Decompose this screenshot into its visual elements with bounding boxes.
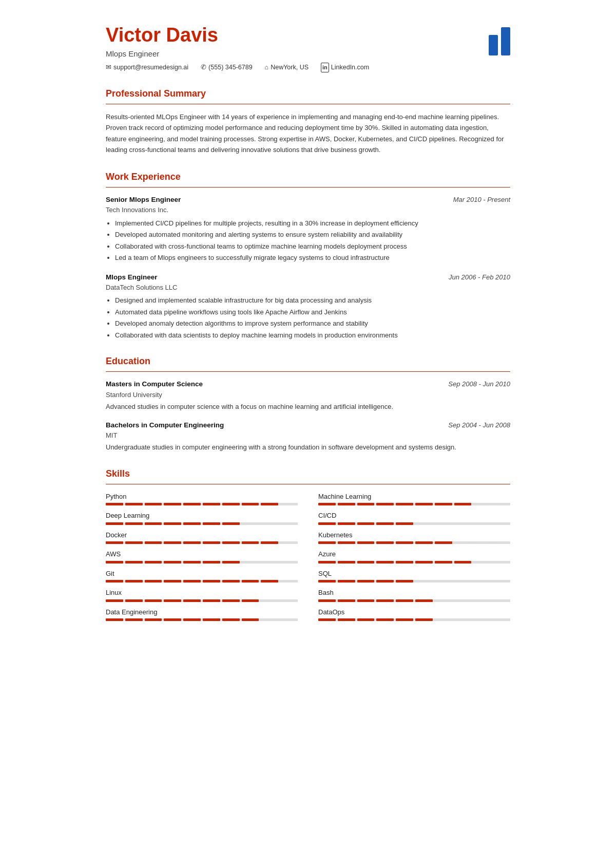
job-header-1: Mlops EngineerJun 2006 - Feb 2010	[106, 272, 510, 283]
skill-segment-8-6	[222, 580, 240, 582]
skill-item-5: Kubernetes	[318, 530, 510, 544]
edu-header-1: Bachelors in Computer EngineeringSep 200…	[106, 420, 510, 430]
skill-segment-3-6	[435, 522, 452, 525]
logo-bar-1	[489, 35, 498, 55]
skill-item-13: DataOps	[318, 607, 510, 622]
skill-segment-7-8	[473, 561, 491, 563]
skill-segment-3-4	[396, 522, 413, 525]
job-date-1: Jun 2006 - Feb 2010	[449, 272, 510, 283]
skill-segment-4-7	[242, 541, 259, 544]
skill-bar-2	[106, 522, 298, 525]
skill-item-2: Deep Learning	[106, 511, 298, 525]
skill-segment-12-9	[280, 618, 298, 621]
skill-segment-13-4	[396, 618, 413, 621]
skill-segment-12-5	[203, 618, 220, 621]
skill-segment-9-0	[318, 580, 336, 582]
skill-segment-4-3	[164, 541, 181, 544]
skill-segment-13-5	[415, 618, 433, 621]
skill-segment-5-1	[338, 541, 355, 544]
phone-contact: ✆ (555) 345-6789	[201, 63, 252, 72]
job-bullet-1-0: Designed and implemented scalable infras…	[115, 295, 510, 306]
skill-segment-4-2	[145, 541, 162, 544]
skill-name-0: Python	[106, 492, 298, 502]
skill-segment-7-3	[376, 561, 394, 563]
skill-segment-0-3	[164, 503, 181, 505]
skill-segment-1-7	[454, 503, 472, 505]
skill-segment-5-7	[454, 541, 472, 544]
skill-segment-10-6	[222, 599, 240, 602]
job-header-0: Senior Mlops EngineerMar 2010 - Present	[106, 195, 510, 205]
edu-date-0: Sep 2008 - Jun 2010	[448, 379, 510, 389]
email-icon: ✉	[106, 63, 111, 72]
skill-item-7: Azure	[318, 549, 510, 563]
skill-segment-10-5	[203, 599, 220, 602]
skill-segment-7-4	[396, 561, 413, 563]
skill-segment-3-5	[415, 522, 433, 525]
skill-name-5: Kubernetes	[318, 530, 510, 540]
skill-item-11: Bash	[318, 588, 510, 602]
job-bullet-1-1: Automated data pipeline workflows using …	[115, 307, 510, 317]
skill-name-11: Bash	[318, 588, 510, 598]
skill-segment-2-0	[106, 522, 123, 525]
skill-item-10: Linux	[106, 588, 298, 602]
skill-segment-4-9	[280, 541, 298, 544]
skill-segment-13-1	[338, 618, 355, 621]
phone-icon: ✆	[201, 63, 206, 72]
skill-segment-12-1	[125, 618, 143, 621]
skill-segment-7-5	[415, 561, 433, 563]
skill-segment-7-6	[435, 561, 452, 563]
job-bullet-1-3: Collaborated with data scientists to dep…	[115, 330, 510, 341]
skill-segment-12-6	[222, 618, 240, 621]
skill-segment-8-4	[183, 580, 201, 582]
skill-segment-8-8	[261, 580, 278, 582]
skill-item-4: Docker	[106, 530, 298, 544]
skill-bar-11	[318, 599, 510, 602]
skill-segment-5-2	[357, 541, 375, 544]
logo-bar-2	[501, 27, 510, 55]
job-bullet-0-0: Implemented CI/CD pipelines for multiple…	[115, 218, 510, 229]
job-bullet-0-1: Developed automated monitoring and alert…	[115, 230, 510, 240]
skill-name-10: Linux	[106, 588, 298, 598]
skill-segment-5-8	[473, 541, 491, 544]
contact-row: ✉ support@resumedesign.ai ✆ (555) 345-67…	[106, 63, 369, 72]
skill-segment-6-9	[280, 561, 298, 563]
edu-school-1: MIT	[106, 430, 510, 441]
skill-segment-6-7	[242, 561, 259, 563]
candidate-name: Victor Davis	[106, 25, 369, 46]
skill-segment-4-6	[222, 541, 240, 544]
skill-segment-8-1	[125, 580, 143, 582]
skill-segment-1-0	[318, 503, 336, 505]
skill-segment-1-2	[357, 503, 375, 505]
skill-bar-12	[106, 618, 298, 621]
skill-name-13: DataOps	[318, 607, 510, 617]
skill-segment-10-3	[164, 599, 181, 602]
skill-segment-9-2	[357, 580, 375, 582]
skill-bar-10	[106, 599, 298, 602]
skill-segment-0-9	[280, 503, 298, 505]
skill-segment-11-8	[473, 599, 491, 602]
skills-title: Skills	[106, 467, 510, 481]
skill-item-9: SQL	[318, 569, 510, 583]
skill-segment-7-0	[318, 561, 336, 563]
skill-segment-2-7	[242, 522, 259, 525]
skill-segment-2-3	[164, 522, 181, 525]
experience-divider	[106, 187, 510, 187]
skill-name-12: Data Engineering	[106, 607, 298, 617]
skill-segment-1-3	[376, 503, 394, 505]
skill-bar-0	[106, 503, 298, 505]
skill-segment-2-5	[203, 522, 220, 525]
summary-title: Professional Summary	[106, 87, 510, 101]
job-bullet-0-3: Led a team of Mlops engineers to success…	[115, 253, 510, 263]
skill-name-9: SQL	[318, 569, 510, 579]
email-value: support@resumedesign.ai	[113, 63, 188, 72]
skill-bar-5	[318, 541, 510, 544]
skill-segment-5-4	[396, 541, 413, 544]
header-left: Victor Davis Mlops Engineer ✉ support@re…	[106, 25, 369, 72]
skill-segment-1-8	[473, 503, 491, 505]
skill-item-0: Python	[106, 492, 298, 506]
summary-section: Professional Summary Results-oriented ML…	[106, 87, 510, 156]
skills-grid: PythonMachine LearningDeep LearningCI/CD…	[106, 492, 510, 627]
candidate-title: Mlops Engineer	[106, 48, 369, 60]
skill-segment-6-8	[261, 561, 278, 563]
skill-segment-6-4	[183, 561, 201, 563]
